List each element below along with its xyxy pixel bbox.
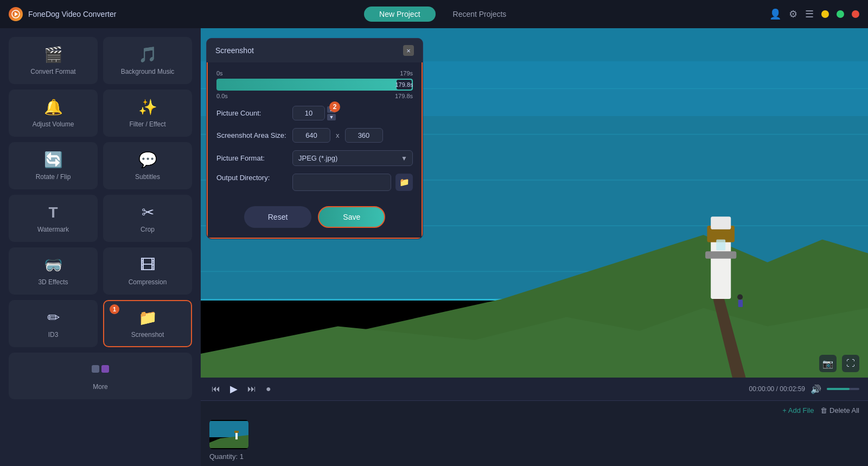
loop-btn[interactable]: ● <box>264 383 273 395</box>
svg-point-22 <box>737 294 743 299</box>
timeline-time-labels: 0.0s 179.8s <box>216 93 413 99</box>
timeline-labels: 0s 179s <box>216 70 413 76</box>
sidebar-item-background-music[interactable]: 🎵 Background Music <box>103 37 192 84</box>
nav-tabs: New Project Recent Projects <box>364 7 521 22</box>
picture-format-select[interactable]: JPEG (*.jpg) PNG (*.png) BMP (*.bmp) TIF… <box>292 150 413 166</box>
play-btn[interactable]: ▶ <box>228 382 240 396</box>
sidebar-label-watermark: Watermark <box>37 226 69 233</box>
svg-rect-18 <box>705 251 736 258</box>
volume-bar[interactable] <box>827 388 859 390</box>
3d-effects-icon: 🥽 <box>44 256 63 274</box>
main-layout: 🎬 Convert Format 🎵 Background Music 🔔 Ad… <box>0 28 868 466</box>
picture-count-label: Picture Count: <box>216 109 287 117</box>
user-icon[interactable]: 👤 <box>769 8 781 20</box>
app-branding: FoneDog Video Converter <box>9 7 116 21</box>
timeline-track[interactable]: 179.8s <box>216 79 413 91</box>
timeline-end-label: 179s <box>400 70 413 76</box>
svg-rect-2 <box>92 365 99 373</box>
delete-all-btn[interactable]: 🗑 Delete All <box>820 406 859 414</box>
folder-browse-btn[interactable]: 📁 <box>395 174 413 191</box>
svg-rect-21 <box>716 239 725 250</box>
snapshot-btn[interactable]: 📷 <box>819 355 837 372</box>
add-file-btn[interactable]: + Add File <box>782 406 814 414</box>
menu-icon[interactable]: ☰ <box>805 8 814 20</box>
sidebar-item-subtitles[interactable]: 💬 Subtitles <box>103 142 192 189</box>
volume-icon[interactable]: 🔊 <box>810 384 821 394</box>
sidebar-item-id3[interactable]: ✏ ID3 <box>9 300 98 347</box>
screenshot-area-label: Screenshot Area Size: <box>216 131 287 139</box>
maximize-btn[interactable] <box>837 10 844 18</box>
recent-projects-btn[interactable]: Recent Projects <box>438 7 522 22</box>
output-dir-label: Output Directory: <box>216 174 287 182</box>
new-project-btn[interactable]: New Project <box>364 7 435 22</box>
picture-format-label: Picture Format: <box>216 154 287 162</box>
sidebar-item-adjust-volume[interactable]: 🔔 Adjust Volume <box>9 90 98 137</box>
watermark-icon: T <box>48 204 58 221</box>
app-logo <box>9 7 23 21</box>
window-controls: 👤 ⚙ ☰ <box>769 8 859 20</box>
screenshot-badge: 1 <box>110 304 119 314</box>
sidebar-item-more[interactable]: More <box>9 353 192 399</box>
reset-btn[interactable]: Reset <box>244 206 312 228</box>
filter-effect-icon: ✨ <box>138 98 157 116</box>
modal-footer: Reset Save <box>216 199 413 230</box>
picture-format-wrap: JPEG (*.jpg) PNG (*.png) BMP (*.bmp) TIF… <box>292 150 413 166</box>
quantity-label: Quantity: 1 <box>209 452 248 461</box>
picture-count-input[interactable] <box>292 106 325 120</box>
skip-forward-btn[interactable]: ⏭ <box>245 383 258 395</box>
modal-close-btn[interactable]: × <box>403 45 414 56</box>
svg-rect-23 <box>738 300 743 307</box>
fullscreen-btn[interactable]: ⛶ <box>842 355 859 372</box>
thumb-svg <box>209 420 248 449</box>
file-thumbnail[interactable] <box>209 420 248 449</box>
file-list: Quantity: 1 <box>209 420 859 461</box>
height-input[interactable] <box>345 128 383 143</box>
content-area: Screenshot × 0s 179s 179.8s 0.0s <box>201 28 868 466</box>
picture-count-down[interactable]: ▼ <box>327 114 336 120</box>
sidebar-item-3d-effects[interactable]: 🥽 3D Effects <box>9 247 98 295</box>
skip-back-btn[interactable]: ⏮ <box>209 383 222 395</box>
timeline-start-label: 0s <box>216 70 223 76</box>
settings-icon[interactable]: ⚙ <box>789 8 797 20</box>
app-title: FoneDog Video Converter <box>28 10 116 18</box>
id3-icon: ✏ <box>47 309 60 327</box>
compression-icon: 🎞 <box>140 256 155 274</box>
svg-rect-28 <box>234 431 239 433</box>
sidebar-item-convert-format[interactable]: 🎬 Convert Format <box>9 37 98 84</box>
bottom-toolbar: + Add File 🗑 Delete All <box>209 406 859 414</box>
save-btn[interactable]: Save <box>318 206 385 228</box>
subtitles-icon: 💬 <box>138 151 157 169</box>
sidebar-item-rotate-flip[interactable]: 🔄 Rotate / Flip <box>9 142 98 189</box>
bottom-panel: + Add File 🗑 Delete All <box>201 400 868 466</box>
svg-marker-1 <box>15 12 18 16</box>
title-bar: FoneDog Video Converter New Project Rece… <box>0 0 868 28</box>
sidebar-item-filter-effect[interactable]: ✨ Filter / Effect <box>103 90 192 137</box>
sidebar-label-3d-effects: 3D Effects <box>38 278 68 286</box>
sidebar-item-compression[interactable]: 🎞 Compression <box>103 247 192 295</box>
svg-rect-27 <box>235 432 238 439</box>
modal-body: 0s 179s 179.8s 0.0s 179.8s Picture Count… <box>207 62 423 239</box>
video-overlay-icons: 📷 ⛶ <box>819 355 859 372</box>
close-btn[interactable] <box>852 10 859 18</box>
sidebar-item-crop[interactable]: ✂ Crop <box>103 195 192 242</box>
timeline-fill <box>216 79 413 91</box>
background-music-icon: 🎵 <box>138 46 157 63</box>
sidebar-label-adjust-volume: Adjust Volume <box>33 120 74 128</box>
sidebar-label-convert-format: Convert Format <box>30 68 75 75</box>
sidebar-item-watermark[interactable]: T Watermark <box>9 195 98 242</box>
adjust-volume-icon: 🔔 <box>44 98 63 116</box>
timeline-time-left: 0.0s <box>216 93 228 99</box>
file-item: Quantity: 1 <box>209 420 248 461</box>
time-display: 00:00:00 / 00:02:59 <box>749 385 805 393</box>
minimize-btn[interactable] <box>821 10 829 18</box>
picture-count-row: Picture Count: ▲ ▼ 2 <box>216 106 413 120</box>
width-input[interactable] <box>292 128 330 143</box>
total-time: 00:02:59 <box>780 385 805 393</box>
svg-rect-25 <box>209 421 248 437</box>
sidebar-label-compression: Compression <box>129 278 167 286</box>
screenshot-icon: 📁 <box>138 309 157 327</box>
output-dir-row: Output Directory: 📁 <box>216 174 413 191</box>
timeline-handle[interactable]: 179.8s <box>397 80 412 90</box>
sidebar-item-screenshot[interactable]: 1 📁 Screenshot <box>103 300 192 347</box>
current-time: 00:00:00 <box>749 385 775 393</box>
